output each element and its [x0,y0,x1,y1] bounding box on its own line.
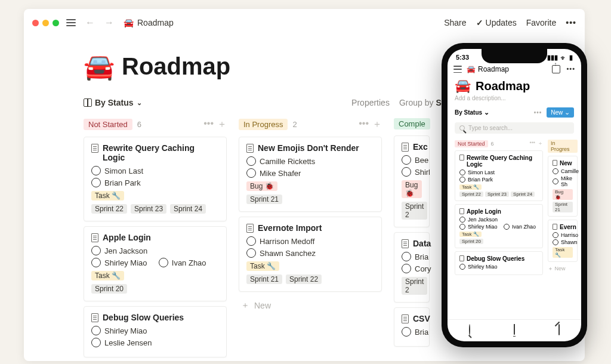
card[interactable]: Debug Slow Queries Shirley Miao Leslie J… [84,306,227,357]
column-complete: Comple Exc Bee Shirl Bug 🐞 Sprint 2 Data… [394,118,430,361]
card[interactable]: Evern Harriso Shawn Task 🔧 [548,220,578,262]
sprint-tag: Sprint 20 [91,284,127,294]
breadcrumb-icon: 🚘 [124,18,134,27]
card[interactable]: Data Bria Cory Sprint 2 [394,232,430,303]
new-card-button[interactable]: ＋New [239,297,382,314]
status-badge[interactable]: Not Started [455,140,488,147]
battery-icon: ▮ [569,54,573,61]
updates-button[interactable]: ✓Updates [476,18,517,27]
phone-topbar: 🚘Roadmap ••• [448,63,581,76]
avatar [91,258,101,267]
column-count: 2 [292,120,297,129]
phone-view-toolbar: By Status ⌄ ••• New ⌄ [448,105,581,120]
breadcrumb-label: Roadmap [137,18,174,27]
assignee: Mike Shafer [246,168,374,178]
search-input[interactable]: Type to search... [455,122,574,134]
sprint-tag: Sprint 24 [170,204,206,214]
card[interactable]: Exc Bee Shirl Bug 🐞 Sprint 2 [394,135,430,227]
column-not-started: Not Started6•••＋ Rewrite Query Caching L… [455,140,543,278]
avatar [91,246,101,255]
minimize-icon[interactable] [42,20,49,26]
share-button[interactable]: Share [444,18,466,27]
menu-button[interactable] [64,17,78,29]
page-icon [246,224,254,233]
column-add-button[interactable]: ＋ [217,118,227,131]
menu-button[interactable] [453,66,462,73]
phone-page-title: 🚘 Roadmap [448,76,581,94]
notifications-tab[interactable] [514,325,515,335]
breadcrumb[interactable]: 🚘Roadmap [467,65,509,73]
close-icon[interactable] [32,20,39,26]
card[interactable]: CSV Bria [394,307,430,347]
avatar [246,248,256,258]
status-badge[interactable]: Not Started [84,119,132,130]
page-icon [246,144,254,153]
column-add-button[interactable]: ＋ [538,140,543,147]
assignee: Brian Park [91,178,219,187]
sprint-tag: Sprint 23 [131,204,166,214]
view-selector[interactable]: By Status ⌄ [455,109,489,116]
properties-button[interactable]: Properties [351,98,390,107]
nav-forward-button[interactable]: → [102,15,116,30]
phone-board: Not Started6•••＋ Rewrite Query Caching L… [448,136,581,282]
board-view-icon [84,98,92,107]
description-placeholder[interactable]: Add a description... [448,94,581,105]
avatar [159,258,168,267]
page-icon[interactable]: 🚘 [455,78,471,94]
phone-tabbar [448,319,581,341]
new-card-button[interactable]: ＋ New [548,265,578,273]
card[interactable]: Rewrite Query Caching Logic Simon Last B… [455,150,543,201]
favorite-button[interactable]: Favorite [526,18,557,27]
share-icon[interactable] [552,65,560,73]
new-button[interactable]: New ⌄ [547,107,574,118]
zoom-icon[interactable] [53,20,59,26]
card[interactable]: Rewrite Query Caching Logic Simon Last B… [84,137,227,221]
sprint-tag: Sprint 22 [91,204,127,214]
page-icon [459,155,464,161]
assignee: Camille Ricketts [246,156,374,166]
card[interactable]: Apple Login Jen Jackson Shirley Miao Iva… [84,226,227,301]
assignee: Simon Last [91,166,219,175]
column-in-progress: In Progress 2 •••＋ New Emojis Don't Rend… [239,118,382,361]
avatar [246,236,256,246]
card[interactable]: Apple Login Jen Jackson Shirley Miao Iva… [455,204,543,248]
assignee: Jen Jackson [91,246,219,255]
more-icon[interactable]: ••• [534,109,542,116]
avatar [91,178,101,187]
nav-back-button[interactable]: ← [83,15,97,30]
status-badge[interactable]: In Progres [548,140,578,153]
column-more-icon[interactable]: ••• [530,140,535,147]
phone-time: 5:33 [456,54,469,61]
column-more-icon[interactable]: ••• [203,118,214,131]
type-tag: Task 🔧 [91,271,124,280]
card[interactable]: Debug Slow Queries Shirley Miao [455,251,543,275]
type-tag: Bug 🐞 [246,181,277,191]
page-title-text[interactable]: Roadmap [476,79,530,93]
page-icon [91,313,98,322]
column-more-icon[interactable]: ••• [359,118,369,131]
phone-notch [482,49,547,63]
view-selector[interactable]: By Status ⌄ [84,98,142,107]
avatar [246,156,256,166]
avatar [91,166,101,175]
column-in-progress: In Progres New Camille Mike Sh Bug 🐞 Spr… [548,140,578,278]
card[interactable]: Evernote Import Harrison Medoff Shawn Sa… [239,217,382,292]
sprint-tag: Sprint 21 [246,195,282,204]
more-icon[interactable]: ••• [566,65,575,73]
more-icon[interactable]: ••• [566,18,576,27]
assignee: Harrison Medoff [246,236,374,246]
search-tab[interactable] [469,325,470,335]
card[interactable]: New Camille Mike Sh Bug 🐞 Sprint 21 [548,156,578,217]
breadcrumb[interactable]: 🚘 Roadmap [124,18,174,27]
column-add-button[interactable]: ＋ [372,118,382,131]
card[interactable]: New Emojis Don't Render Camille Ricketts… [239,137,382,212]
compose-tab[interactable] [558,325,560,335]
page-title-text[interactable]: Roadmap [122,53,230,80]
avatar [91,326,101,335]
status-badge[interactable]: Comple [394,118,430,129]
assignee: Shirley Miao [91,326,219,335]
wifi-icon: ᯤ [560,54,567,61]
status-badge[interactable]: In Progress [239,119,288,130]
chevron-down-icon: ⌄ [137,99,142,107]
page-icon[interactable]: 🚘 [84,52,115,81]
